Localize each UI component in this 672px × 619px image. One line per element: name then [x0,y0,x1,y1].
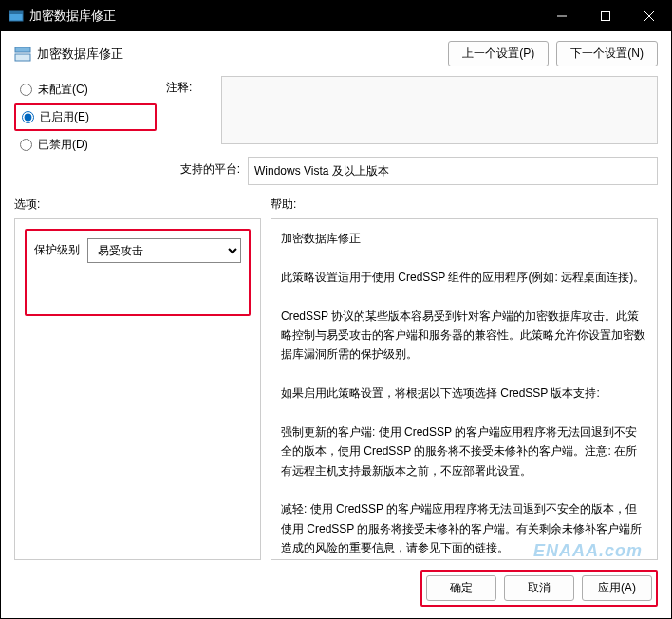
svg-rect-6 [15,47,30,52]
minimize-button[interactable] [540,1,584,31]
options-label: 选项: [14,197,271,213]
radio-enabled[interactable]: 已启用(E) [14,103,157,131]
window-title: 加密数据库修正 [29,8,540,25]
ok-button[interactable]: 确定 [426,575,496,601]
cancel-button[interactable]: 取消 [504,575,574,601]
radio-not-configured-input[interactable] [20,84,32,96]
policy-icon [14,46,31,63]
protection-level-select[interactable]: 易受攻击 [87,238,241,263]
close-button[interactable] [627,1,671,31]
comment-label: 注释: [166,76,214,96]
radio-not-configured-label: 未配置(C) [38,82,88,98]
platform-value: Windows Vista 及以上版本 [254,163,389,179]
radio-disabled-input[interactable] [20,139,32,151]
radio-enabled-input[interactable] [22,111,34,123]
radio-disabled-label: 已禁用(D) [38,137,88,153]
svg-rect-3 [602,12,610,21]
radio-not-configured[interactable]: 未配置(C) [14,78,157,102]
radio-disabled[interactable]: 已禁用(D) [14,133,157,157]
comment-textarea[interactable] [221,76,658,144]
titlebar: 加密数据库修正 [1,1,671,31]
svg-rect-1 [9,11,23,14]
options-panel: 保护级别 易受攻击 [14,218,261,560]
header-row: 加密数据库修正 上一个设置(P) 下一个设置(N) [14,41,658,66]
app-icon [9,9,24,24]
footer: 确定 取消 应用(A) [1,560,671,618]
help-panel[interactable]: 加密数据库修正 此策略设置适用于使用 CredSSP 组件的应用程序(例如: 远… [271,218,658,560]
protection-level-label: 保护级别 [34,238,80,258]
next-setting-button[interactable]: 下一个设置(N) [556,41,658,66]
svg-rect-7 [15,54,30,61]
page-title: 加密数据库修正 [37,46,448,63]
maximize-button[interactable] [584,1,627,31]
prev-setting-button[interactable]: 上一个设置(P) [448,41,549,66]
radio-enabled-label: 已启用(E) [40,109,89,125]
platform-field: Windows Vista 及以上版本 [248,157,658,185]
apply-button[interactable]: 应用(A) [582,575,652,601]
platform-label: 支持的平台: [166,161,240,178]
help-label: 帮助: [271,197,658,213]
